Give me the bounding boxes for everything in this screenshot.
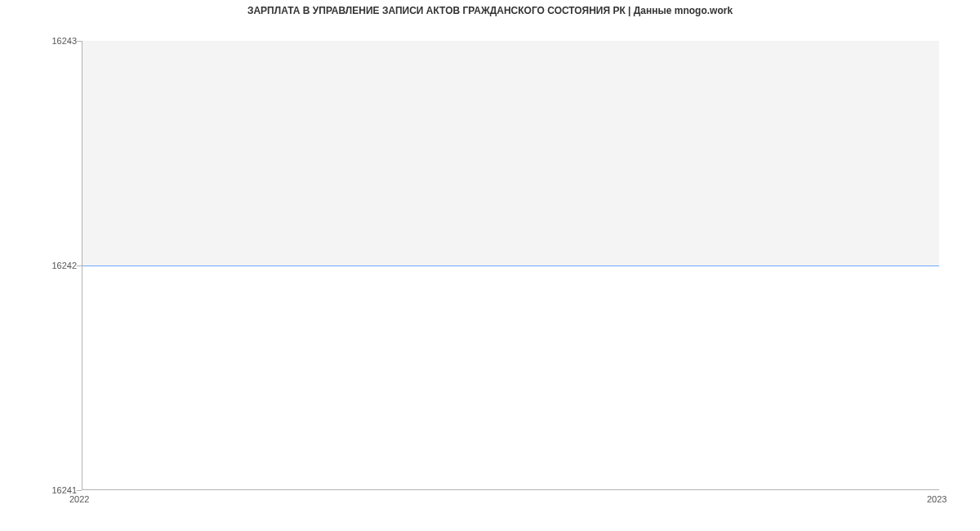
plot-area: 16243 16242 16241 2022 2023: [82, 41, 939, 490]
y-tick-label: 16242: [41, 261, 77, 270]
area-below: [82, 266, 939, 489]
y-tick-mark: [77, 41, 82, 42]
data-line: [82, 266, 939, 266]
axes-frame: [82, 41, 939, 490]
chart-title: ЗАРПЛАТА В УПРАВЛЕНИЕ ЗАПИСИ АКТОВ ГРАЖД…: [0, 0, 980, 20]
y-tick-mark: [77, 490, 82, 491]
y-tick-label: 16243: [41, 36, 77, 46]
x-tick-label: 2023: [927, 494, 947, 504]
y-tick-mark: [77, 266, 82, 266]
x-tick-label: 2022: [69, 494, 89, 504]
area-fill: [82, 41, 939, 266]
